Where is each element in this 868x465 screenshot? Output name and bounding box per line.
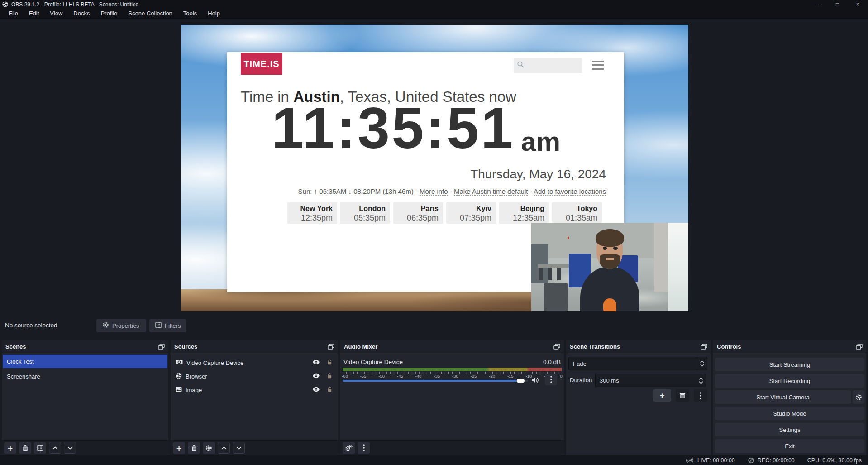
mixer-channel-row: Video Capture Device 0.0 dB (343, 359, 561, 365)
timeis-clock: 11:35:51 am (272, 99, 560, 157)
remove-scene-button[interactable] (19, 442, 31, 454)
filters-button[interactable]: Filters (149, 319, 186, 332)
timeis-date: Thursday, May 16, 2024 (470, 167, 606, 182)
menu-profile[interactable]: Profile (95, 9, 122, 18)
make-default-link: Make Austin time default (454, 187, 528, 196)
add-transition-button[interactable]: + (653, 389, 671, 402)
menu-tools[interactable]: Tools (178, 9, 202, 18)
speaker-icon[interactable] (531, 377, 539, 385)
scene-item-clock-test[interactable]: Clock Test (3, 355, 167, 368)
volume-slider[interactable] (343, 379, 528, 383)
minimize-button[interactable]: – (807, 0, 827, 9)
sources-panel-header[interactable]: Sources (171, 340, 338, 353)
maximize-button[interactable]: □ (827, 0, 848, 9)
controls-panel: Controls Start Streaming Start Recording… (713, 340, 866, 455)
remove-transition-button[interactable] (676, 389, 689, 402)
live-status: LIVE: 00:00:00 (685, 457, 735, 464)
scene-item-screenshare[interactable]: Screenshare (3, 369, 167, 383)
advanced-audio-button[interactable] (343, 442, 355, 454)
menu-view[interactable]: View (45, 9, 67, 18)
audio-mixer-footer (340, 440, 564, 455)
controls-header[interactable]: Controls (713, 340, 866, 353)
lock-icon[interactable] (327, 359, 333, 367)
program-canvas[interactable]: TIME.IS Time in Austin, Texas, United St… (181, 25, 688, 311)
source-row-image[interactable]: Image (172, 383, 337, 397)
source-up-button[interactable] (218, 442, 230, 454)
close-button[interactable]: × (848, 0, 868, 9)
transition-select-arrows[interactable] (697, 357, 707, 370)
transitions-header[interactable]: Scene Transitions (566, 340, 711, 353)
remove-source-button[interactable] (188, 442, 200, 454)
filter-icon (155, 322, 162, 330)
webcam-source[interactable] (531, 223, 688, 311)
clock-meridiem: am (521, 128, 560, 157)
virtual-camera-config-button[interactable] (853, 390, 864, 404)
popout-icon[interactable] (856, 344, 863, 350)
menu-edit[interactable]: Edit (24, 9, 44, 18)
menu-help[interactable]: Help (203, 9, 225, 18)
scene-down-button[interactable] (64, 442, 76, 454)
mixer-options-button[interactable] (545, 374, 557, 385)
source-properties-button[interactable] (203, 442, 215, 454)
properties-button[interactable]: Properties (96, 319, 146, 332)
start-recording-button[interactable]: Start Recording (715, 374, 864, 388)
transition-props-button[interactable] (694, 389, 707, 402)
hamburger-menu-icon (592, 61, 604, 72)
clock-time: 11:35:51 (272, 99, 515, 157)
menu-docks[interactable]: Docks (68, 9, 95, 18)
add-source-button[interactable]: + (173, 442, 185, 454)
scenes-title: Scenes (5, 343, 26, 350)
city-beijing: Beijing12:35am (499, 202, 549, 224)
record-icon (748, 457, 754, 464)
popout-icon[interactable] (553, 344, 560, 350)
scene-filters-button[interactable] (34, 442, 46, 454)
visibility-eye-icon[interactable] (312, 360, 320, 366)
scene-up-button[interactable] (49, 442, 61, 454)
webcam-table (538, 264, 569, 268)
sources-title: Sources (174, 343, 197, 350)
preview-area: TIME.IS Time in Austin, Texas, United St… (0, 19, 868, 315)
controls-title: Controls (717, 343, 741, 350)
title-bar[interactable]: OBS 29.1.2 - Profile: LLHLS BETA - Scene… (0, 0, 868, 9)
exit-button[interactable]: Exit (715, 439, 864, 453)
studio-mode-button[interactable]: Studio Mode (715, 407, 864, 420)
timeis-logo: TIME.IS (241, 53, 282, 75)
visibility-eye-icon[interactable] (312, 387, 320, 393)
transition-select[interactable]: Fade (568, 357, 707, 370)
globe-icon (176, 373, 182, 380)
timeis-sun-line: Sun: ↑ 06:35AM ↓ 08:20PM (13h 46m) - Mor… (298, 187, 606, 195)
popout-icon[interactable] (158, 344, 165, 350)
start-streaming-button[interactable]: Start Streaming (715, 358, 864, 371)
popout-icon[interactable] (701, 344, 707, 350)
lock-icon[interactable] (327, 386, 333, 394)
camera-icon (176, 360, 183, 366)
menu-bar: File Edit View Docks Profile Scene Colle… (0, 9, 868, 19)
world-clock-row: New York12:35pm London05:35pm Paris06:35… (287, 202, 602, 224)
obs-window: OBS 29.1.2 - Profile: LLHLS BETA - Scene… (0, 0, 868, 465)
duration-spinbox[interactable]: 300 ms (595, 374, 706, 387)
menu-file[interactable]: File (4, 9, 23, 18)
source-row-browser[interactable]: Browser (172, 369, 337, 383)
transitions-title: Scene Transitions (570, 343, 620, 350)
popout-icon[interactable] (328, 344, 334, 350)
timeis-search-input (514, 58, 582, 73)
mixer-menu-button[interactable] (358, 442, 370, 454)
db-scale: -60-55-50-45-40-35-30-25-20-15-10-50 (342, 374, 563, 379)
add-scene-button[interactable]: + (4, 442, 16, 454)
scenes-panel: Scenes Clock Test Screenshare + (2, 340, 168, 455)
source-down-button[interactable] (233, 442, 245, 454)
duration-spin-arrows[interactable] (696, 377, 706, 384)
no-source-label: No source selected (5, 322, 57, 329)
scenes-panel-header[interactable]: Scenes (2, 340, 168, 353)
transitions-buttons: + (653, 389, 707, 402)
lock-icon[interactable] (327, 373, 333, 380)
search-icon (517, 61, 525, 70)
visibility-eye-icon[interactable] (312, 373, 320, 380)
city-tokyo: Tokyo01:35am (552, 202, 602, 224)
settings-button[interactable]: Settings (715, 423, 864, 436)
start-virtual-camera-button[interactable]: Start Virtual Camera (715, 390, 851, 404)
audio-mixer-header[interactable]: Audio Mixer (340, 340, 564, 353)
menu-scene-collection[interactable]: Scene Collection (123, 9, 177, 18)
source-row-video-capture[interactable]: Video Capture Device (172, 356, 337, 369)
volume-slider-handle[interactable] (517, 379, 525, 383)
